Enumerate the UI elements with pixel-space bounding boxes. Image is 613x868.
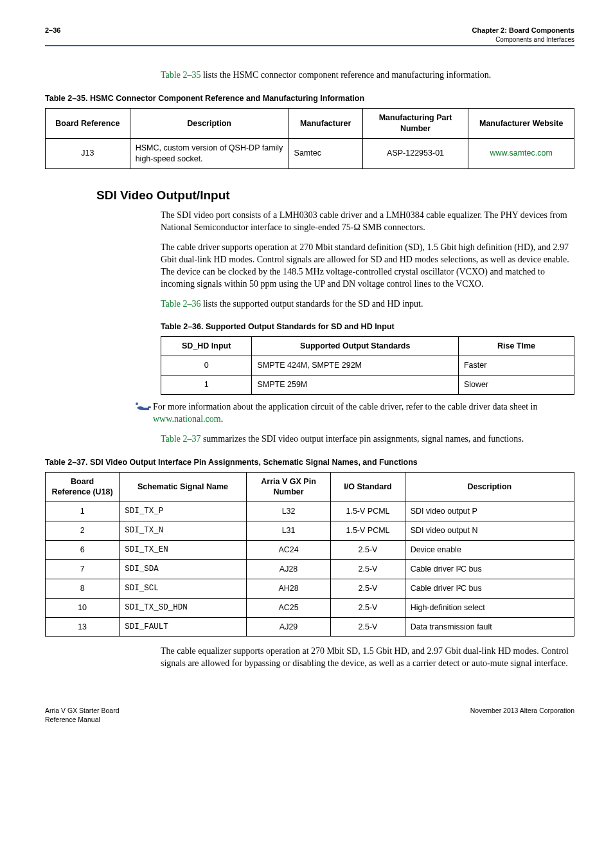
table-37-caption: Table 2–37. SDI Video Output Interface P… [45, 457, 574, 468]
t35-r1-c5[interactable]: www.samtec.com [468, 138, 574, 168]
cell: 2.5-V [331, 617, 405, 637]
t35-r1-c4: ASP-122953-01 [362, 138, 468, 168]
cell: High-definition select [405, 598, 574, 617]
cell: SDI_TX_P [120, 502, 247, 521]
svg-point-0 [136, 402, 138, 405]
t35-r1-c3: Samtec [289, 138, 362, 168]
cell: SDI_FAULT [120, 617, 247, 637]
cell: SDI_SDA [120, 559, 247, 579]
cell: 1.5-V PCML [331, 521, 405, 541]
t37-head-c3: Arria V GX Pin Number [246, 472, 331, 502]
cell: SDI video output P [405, 502, 574, 521]
footer-right: November 2013 Altera Corporation [470, 706, 574, 724]
para-4: Table 2–37 summarizes the SDI video outp… [161, 433, 574, 446]
cell: 1 [46, 502, 120, 521]
t37-head-c4: I/O Standard [331, 472, 405, 502]
cell: 2.5-V [331, 541, 405, 560]
t35-r1-c1: J13 [46, 138, 130, 168]
table-row: 8 SDI_SCL AH28 2.5-V Cable driver I²C bu… [46, 579, 574, 598]
t36-r1-c2: SMPTE 424M, SMPTE 292M [252, 356, 459, 375]
intro-paragraph: Table 2–35 lists the HSMC connector comp… [161, 69, 574, 82]
table-35-caption: Table 2–35. HSMC Connector Component Ref… [45, 93, 574, 104]
cell: AC24 [246, 541, 331, 560]
cell: 8 [46, 579, 120, 598]
t36-r1-c1: 0 [161, 356, 252, 375]
t36-r1-c3: Faster [458, 356, 574, 375]
t36-r2-c1: 1 [161, 375, 252, 395]
table-row: 10 SDI_TX_SD_HDN AC25 2.5-V High-definit… [46, 598, 574, 617]
para-4-text: summarizes the SDI video output interfac… [200, 434, 524, 444]
t35-head-website: Manufacturer Website [468, 109, 574, 139]
cell: Data transmission fault [405, 617, 574, 637]
cell: AC25 [246, 598, 331, 617]
cell: 13 [46, 617, 120, 637]
t36-r2-c2: SMPTE 259M [252, 375, 459, 395]
table-row: 6 SDI_TX_EN AC24 2.5-V Device enable [46, 541, 574, 560]
para-3-text: lists the supported output standards for… [200, 299, 423, 309]
t35-head-board-ref: Board Reference [46, 109, 130, 139]
footer-left-1: Arria V GX Starter Board [45, 707, 120, 714]
page-number: 2–36 [45, 26, 60, 35]
page-header: 2–36 Chapter 2: Board Components Compone… [45, 26, 574, 44]
t35-head-desc: Description [130, 109, 289, 139]
cell: 2 [46, 521, 120, 541]
cell: AJ28 [246, 559, 331, 579]
cell: SDI_SCL [120, 579, 247, 598]
table-37: Board Reference (U18) Schematic Signal N… [45, 472, 574, 637]
note-text-a: For more information about the applicati… [153, 402, 537, 411]
t37-head-c1: Board Reference (U18) [46, 472, 120, 502]
t37-head-c5: Description [405, 472, 574, 502]
cell: AJ29 [246, 617, 331, 637]
t37-head-c2: Schematic Signal Name [120, 472, 247, 502]
table-row: 7 SDI_SDA AJ28 2.5-V Cable driver I²C bu… [46, 559, 574, 579]
header-rule [45, 45, 574, 46]
cell: L32 [246, 502, 331, 521]
t36-head-c2: Supported Output Standards [252, 337, 459, 356]
table-36: SD_HD Input Supported Output Standards R… [161, 336, 574, 395]
table-ref-link[interactable]: Table 2–36 [161, 299, 200, 309]
t35-r1-c2: HSMC, custom version of QSH-DP family hi… [130, 138, 289, 168]
cell: Device enable [405, 541, 574, 560]
cell: 2.5-V [331, 559, 405, 579]
para-5: The cable equalizer supports operation a… [161, 646, 574, 670]
table-row: J13 HSMC, custom version of QSH-DP famil… [46, 138, 574, 168]
chapter-line: Chapter 2: Board Components [472, 26, 574, 34]
cell: SDI_TX_SD_HDN [120, 598, 247, 617]
t35-head-partno: Manufacturing Part Number [362, 109, 468, 139]
section-heading: SDI Video Output/Input [96, 187, 574, 204]
table-row: 0 SMPTE 424M, SMPTE 292M Faster [161, 356, 574, 375]
table-35: Board Reference Description Manufacturer… [45, 108, 574, 169]
t36-head-c1: SD_HD Input [161, 337, 252, 356]
cell: AH28 [246, 579, 331, 598]
cell: 7 [46, 559, 120, 579]
cell: 6 [46, 541, 120, 560]
para-2: The cable driver supports operation at 2… [161, 242, 574, 291]
cell: SDI_TX_N [120, 521, 247, 541]
page-footer: Arria V GX Starter Board Reference Manua… [45, 706, 574, 724]
para-3: Table 2–36 lists the supported output st… [161, 298, 574, 311]
cell: 10 [46, 598, 120, 617]
cell: Cable driver I²C bus [405, 579, 574, 598]
table-ref-link[interactable]: Table 2–37 [161, 434, 200, 444]
cell: 2.5-V [331, 579, 405, 598]
table-row: 2 SDI_TX_N L31 1.5-V PCML SDI video outp… [46, 521, 574, 541]
cell: 1.5-V PCML [331, 502, 405, 521]
cell: 2.5-V [331, 598, 405, 617]
note-text-b: . [221, 414, 224, 424]
table-row: 1 SMPTE 259M Slower [161, 375, 574, 395]
chapter-title-block: Chapter 2: Board Components Components a… [472, 26, 574, 44]
table-ref-link[interactable]: Table 2–35 [161, 70, 200, 80]
chapter-sub-line: Components and Interfaces [472, 35, 574, 44]
note-text: For more information about the applicati… [153, 401, 574, 426]
t35-head-mfr: Manufacturer [289, 109, 362, 139]
intro-text: lists the HSMC connector component refer… [203, 70, 491, 80]
cell: Cable driver I²C bus [405, 559, 574, 579]
external-link[interactable]: www.national.com [153, 414, 221, 424]
cell: SDI_TX_EN [120, 541, 247, 560]
svg-rect-1 [148, 406, 151, 408]
para-1: The SDI video port consists of a LMH0303… [161, 210, 574, 234]
note-block: For more information about the applicati… [135, 401, 574, 426]
hand-point-icon [135, 401, 153, 413]
footer-left-2: Reference Manual [45, 716, 100, 723]
t36-r2-c3: Slower [458, 375, 574, 395]
